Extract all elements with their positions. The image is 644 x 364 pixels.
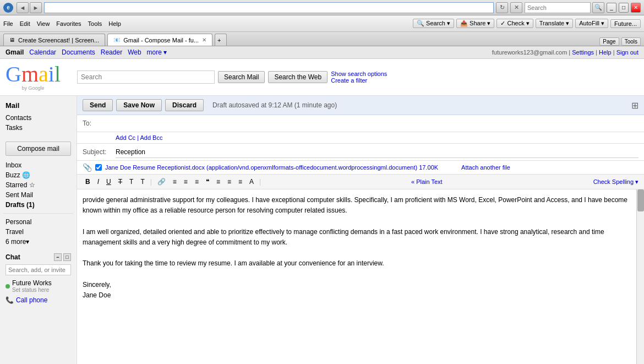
font-size-button[interactable]: T	[138, 176, 147, 187]
show-search-options-link[interactable]: Show search options	[331, 70, 387, 77]
ul-button[interactable]: ≡	[181, 176, 190, 187]
chat-header: Chat − □	[3, 252, 73, 262]
future-toolbar-btn[interactable]: Future...	[610, 19, 641, 28]
translate-toolbar-btn[interactable]: Translate ▾	[536, 19, 574, 28]
contacts-link: Contacts	[6, 114, 31, 122]
tab-screencast-label: Create Screencast! | Screen...	[18, 37, 99, 44]
compose-toolbar: Send Save Now Discard Draft autosaved at…	[77, 96, 644, 115]
attachment-checkbox[interactable]	[95, 164, 102, 171]
sidebar-item-tasks[interactable]: Tasks	[3, 123, 73, 133]
phone-icon: 📞	[6, 296, 14, 304]
subject-input[interactable]	[116, 146, 638, 158]
add-bcc-link[interactable]: Add Bcc	[140, 134, 162, 141]
tab-gmail[interactable]: 📧 Gmail - Compose Mail - fu... ✕	[107, 34, 212, 46]
search-go-button[interactable]: 🔍	[592, 2, 604, 13]
compose-mail-button[interactable]: Compose mail	[6, 142, 71, 156]
align-center-button[interactable]: ≡	[225, 176, 234, 187]
compose-body-text[interactable]: provide general administrative support f…	[83, 195, 638, 305]
tab-new[interactable]: +	[215, 34, 227, 46]
color-button[interactable]: A	[247, 176, 256, 187]
sidebar-item-buzz[interactable]: Buzz 🌐	[3, 170, 73, 180]
nav-reader[interactable]: Reader	[101, 48, 122, 56]
to-label: To:	[83, 119, 116, 127]
align-right-button[interactable]: ≡	[236, 176, 245, 187]
compose-cc-bcc-links: Add Cc | Add Bcc	[77, 132, 644, 144]
settings-link[interactable]: Settings	[572, 49, 594, 56]
create-filter-link[interactable]: Create a filter	[331, 77, 367, 84]
minimize-button[interactable]: _	[607, 3, 616, 13]
gmail-search-input[interactable]	[77, 70, 215, 84]
menu-favorites[interactable]: Favorites	[56, 20, 81, 27]
check-spelling-dropdown[interactable]: ▾	[635, 178, 638, 186]
to-input[interactable]	[116, 117, 638, 129]
menu-file[interactable]: File	[3, 20, 13, 27]
underline-button[interactable]: U	[103, 176, 114, 187]
plain-text-link[interactable]: « Plain Text	[411, 178, 443, 185]
page-button[interactable]: Page	[599, 37, 619, 46]
link-button[interactable]: 🔗	[155, 176, 168, 187]
refresh-button[interactable]: ↻	[496, 2, 508, 13]
browser-toolbar: File Edit View Favorites Tools Help 🔍 Se…	[0, 15, 644, 32]
nav-calendar[interactable]: Calendar	[29, 48, 56, 56]
menu-view[interactable]: View	[37, 20, 50, 27]
check-spelling-link[interactable]: Check Spelling	[593, 178, 634, 185]
search-mail-button[interactable]: Search Mail	[218, 71, 265, 83]
forward-button[interactable]: ►	[30, 2, 42, 13]
nav-web[interactable]: Web	[128, 48, 141, 56]
attach-another-link[interactable]: Attach another file	[445, 164, 510, 171]
sidebar-item-drafts[interactable]: Drafts (1)	[3, 200, 73, 210]
attach-icon[interactable]: ⊞	[631, 100, 638, 111]
compose-scrollbar[interactable]	[636, 189, 644, 364]
signout-link[interactable]: Sign out	[616, 49, 638, 56]
sidebar-item-inbox[interactable]: Inbox	[3, 160, 73, 170]
search-toolbar-btn[interactable]: 🔍 Search ▾	[413, 19, 454, 28]
discard-button[interactable]: Discard	[165, 99, 204, 111]
menu-help[interactable]: Help	[108, 20, 121, 27]
address-bar[interactable]: https://mail.google.com/mail/?shva=1#dra…	[44, 2, 494, 13]
nav-more[interactable]: more ▾	[147, 48, 167, 56]
sidebar-item-contacts[interactable]: Contacts	[3, 113, 73, 123]
chat-contact-future[interactable]: Future Works Set status here	[3, 278, 73, 295]
sidebar-item-personal[interactable]: Personal	[3, 217, 73, 227]
sidebar-item-starred[interactable]: Starred ☆	[3, 180, 73, 190]
nav-documents[interactable]: Documents	[62, 48, 95, 56]
quote-button[interactable]: ❝	[203, 176, 212, 187]
menu-edit[interactable]: Edit	[20, 20, 30, 27]
strikethrough-button[interactable]: T	[116, 176, 125, 187]
chat-search-input[interactable]	[6, 264, 71, 275]
tab-screencast[interactable]: 🖥 Create Screencast! | Screen...	[3, 34, 105, 46]
attachment-link[interactable]: Jane Doe Resume Receptionist.docx (appli…	[105, 164, 438, 171]
browser-search-input[interactable]	[525, 2, 591, 13]
italic-button[interactable]: I	[95, 176, 102, 187]
check-toolbar-btn[interactable]: ✓ Check ▾	[496, 19, 533, 28]
add-cc-link[interactable]: Add Cc	[116, 134, 135, 141]
font-button[interactable]: T	[127, 176, 136, 187]
maximize-button[interactable]: □	[619, 3, 629, 13]
send-button[interactable]: Send	[83, 99, 113, 111]
stop-button[interactable]: ✕	[510, 2, 522, 13]
chat-expand-button[interactable]: □	[63, 253, 71, 261]
browser-nav[interactable]: ◄ ►	[17, 2, 42, 13]
close-button[interactable]: ✕	[631, 3, 641, 13]
call-phone-link[interactable]: 📞 Call phone	[3, 295, 73, 306]
tab-close-icon[interactable]: ✕	[202, 37, 206, 43]
sidebar-item-travel[interactable]: Travel	[3, 227, 73, 237]
indent-button[interactable]: ≡	[192, 176, 201, 187]
align-left-button[interactable]: ≡	[214, 176, 223, 187]
address-bar-area: https://mail.google.com/mail/?shva=1#dra…	[44, 2, 522, 13]
ol-button[interactable]: ≡	[170, 176, 179, 187]
sidebar-item-sentmail[interactable]: Sent Mail	[3, 190, 73, 200]
search-web-button[interactable]: Search the Web	[268, 71, 328, 83]
autofill-toolbar-btn[interactable]: AutoFill ▾	[575, 19, 608, 28]
menu-tools[interactable]: Tools	[88, 20, 102, 27]
tools-button[interactable]: Tools	[621, 37, 641, 46]
nav-gmail[interactable]: Gmail	[6, 48, 24, 56]
bold-button[interactable]: B	[83, 176, 93, 187]
help-link[interactable]: Help	[599, 49, 612, 56]
save-now-button[interactable]: Save Now	[116, 99, 162, 111]
compose-body[interactable]: provide general administrative support f…	[77, 189, 644, 364]
sidebar-item-more[interactable]: 6 more▾	[3, 237, 73, 247]
back-button[interactable]: ◄	[17, 2, 29, 13]
share-toolbar-btn[interactable]: 📤 Share ▾	[456, 19, 494, 28]
chat-minimize-button[interactable]: −	[54, 253, 62, 261]
